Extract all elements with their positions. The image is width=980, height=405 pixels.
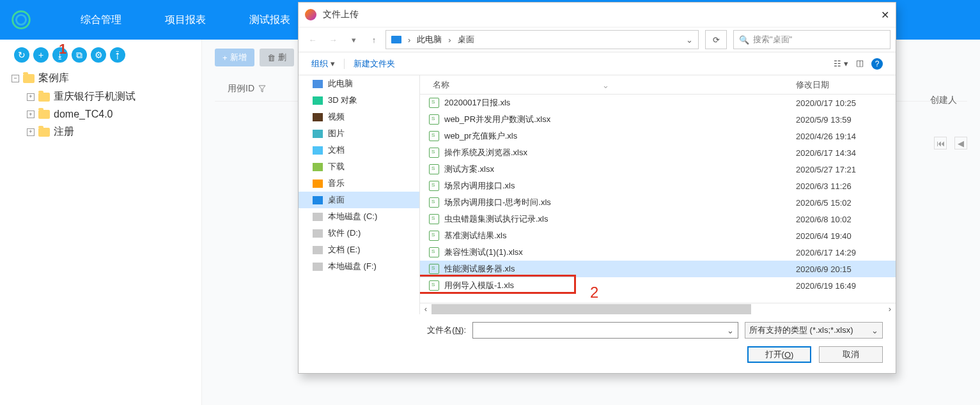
annotation-2-label: 2 — [590, 284, 598, 302]
column-modified[interactable]: 修改日期 — [796, 79, 896, 91]
file-date: 2020/6/8 10:02 — [796, 215, 896, 224]
sidebar-item[interactable]: 本地磁盘 (C:) — [299, 208, 419, 225]
file-row[interactable]: web_PR并发用户数测试.xlsx2020/5/9 13:59 — [420, 111, 896, 128]
search-placeholder: 搜索"桌面" — [753, 34, 792, 45]
tree-root[interactable]: − 案例库 — [12, 69, 201, 88]
file-row[interactable]: web_pr充值账户.xls2020/4/26 19:14 — [420, 128, 896, 144]
column-creator[interactable]: 创建人 — [930, 95, 957, 106]
breadcrumb-item[interactable]: 桌面 — [458, 34, 474, 45]
plus-icon[interactable]: + — [27, 128, 35, 136]
file-row[interactable]: 场景内调用接口-思考时间.xls2020/6/5 15:02 — [420, 194, 896, 211]
chevron-right-icon — [404, 35, 414, 45]
sidebar-item[interactable]: 此电脑 — [299, 75, 419, 92]
sidebar-item-label: 视频 — [328, 111, 345, 123]
file-name: 兼容性测试(1)(1).xlsx — [444, 247, 796, 258]
column-name[interactable]: 名称 — [433, 79, 796, 91]
excel-file-icon — [429, 131, 439, 141]
sidebar-item[interactable]: 软件 (D:) — [299, 225, 419, 241]
file-date: 2020/6/9 20:15 — [796, 264, 896, 274]
horizontal-scrollbar[interactable]: ‹ › — [420, 303, 896, 314]
column-case-id[interactable]: 用例ID — [215, 83, 279, 95]
nav-up-icon[interactable]: ↑ — [365, 31, 383, 49]
file-row[interactable]: 测试方案.xlsx2020/5/27 17:21 — [420, 161, 896, 178]
sidebar-item[interactable]: 文档 (E:) — [299, 241, 419, 258]
pc-icon — [391, 36, 401, 43]
tree-item[interactable]: + 注册 — [12, 123, 201, 141]
file-name: 场景内调用接口-思考时间.xls — [444, 197, 796, 208]
preview-pane-icon[interactable]: ◫ — [856, 58, 864, 70]
chevron-down-icon[interactable]: ⌄ — [686, 35, 693, 45]
sidebar-item[interactable]: 图片 — [299, 125, 419, 142]
folder-icon — [38, 110, 50, 119]
file-date: 2020/6/3 11:26 — [796, 181, 896, 191]
file-row[interactable]: 性能测试服务器.xls2020/6/9 20:15 — [420, 261, 896, 277]
nav-history-icon[interactable]: ▾ — [345, 31, 362, 49]
tree-item[interactable]: + 重庆银行手机测试 — [12, 88, 201, 106]
organize-menu[interactable]: 组织 — [311, 58, 328, 70]
search-input[interactable]: 🔍 搜索"桌面" — [733, 30, 891, 49]
file-row[interactable]: 20200017日报.xls2020/0/17 10:25 — [420, 95, 896, 111]
file-date: 2020/4/26 19:14 — [796, 132, 896, 141]
app-logo — [9, 8, 33, 32]
chevron-down-icon[interactable]: ⌄ — [727, 326, 734, 335]
refresh-icon[interactable]: ⟳ — [705, 30, 727, 49]
file-row[interactable]: 场景内调用接口.xls2020/6/3 11:26 — [420, 178, 896, 194]
file-date: 2020/6/17 14:29 — [796, 248, 896, 257]
dialog-title: 文件上传 — [323, 9, 359, 20]
nav-project-report[interactable]: 项目报表 — [143, 0, 228, 40]
tool-add[interactable]: + — [33, 47, 49, 63]
file-row[interactable]: 操作系统及浏览器.xlsx2020/6/17 14:34 — [420, 144, 896, 161]
file-list: 名称 ⌄ 修改日期 20200017日报.xls2020/0/17 10:25w… — [420, 75, 896, 314]
3d-icon — [313, 96, 323, 105]
tool-refresh[interactable]: ↻ — [14, 47, 29, 63]
new-folder-button[interactable]: 新建文件夹 — [354, 58, 395, 70]
plus-icon[interactable]: + — [27, 111, 35, 118]
breadcrumb-item[interactable]: 此电脑 — [417, 34, 442, 45]
column-resize-icon[interactable]: ⌄ — [599, 80, 612, 90]
scroll-right-icon[interactable]: › — [884, 304, 896, 314]
open-button[interactable]: 打开(O) — [747, 346, 811, 363]
help-icon[interactable]: ? — [871, 58, 883, 70]
excel-file-icon — [429, 148, 439, 158]
folder-icon — [23, 74, 35, 83]
file-row[interactable]: 虫虫错题集测试执行记录.xls2020/6/8 10:02 — [420, 211, 896, 227]
file-row[interactable]: 兼容性测试(1)(1).xlsx2020/6/17 14:29 — [420, 244, 896, 261]
sidebar-item[interactable]: 下载 — [299, 158, 419, 175]
add-button[interactable]: +新增 — [215, 49, 254, 66]
filename-input[interactable]: ⌄ — [472, 322, 738, 339]
file-row[interactable]: 用例导入模版-1.xls2020/6/19 16:49 — [420, 277, 896, 294]
nav-overview[interactable]: 综合管理 — [59, 0, 143, 40]
nav-back-icon[interactable]: ← — [304, 31, 322, 49]
file-date: 2020/5/27 17:21 — [796, 165, 896, 174]
page-first-icon[interactable]: ⏮ — [934, 137, 947, 149]
plus-icon[interactable]: + — [27, 93, 35, 101]
chevron-down-icon[interactable]: ▾ — [331, 59, 335, 68]
close-icon[interactable]: ✕ — [881, 9, 889, 21]
tree-item[interactable]: + dome_TC4.0 — [12, 106, 201, 123]
sidebar-item[interactable]: 3D 对象 — [299, 92, 419, 109]
sidebar-item[interactable]: 视频 — [299, 109, 419, 125]
cancel-button[interactable]: 取消 — [819, 346, 883, 363]
breadcrumb[interactable]: 此电脑 桌面 ⌄ — [385, 30, 699, 49]
sidebar-item[interactable]: 文档 — [299, 142, 419, 158]
tool-download[interactable]: ⭱ — [110, 47, 125, 63]
filetype-select[interactable]: 所有支持的类型 (*.xls;*.xlsx) ⌄ — [745, 322, 883, 339]
sidebar-item[interactable]: 本地磁盘 (F:) — [299, 258, 419, 275]
minus-icon[interactable]: − — [12, 75, 19, 82]
chevron-right-icon — [444, 35, 455, 45]
file-row[interactable]: 基准测试结果.xls2020/6/4 19:40 — [420, 227, 896, 244]
sidebar-item[interactable]: 桌面 — [299, 192, 419, 208]
scroll-left-icon[interactable]: ‹ — [420, 304, 432, 314]
firefox-icon — [305, 9, 316, 20]
plus-icon: + — [222, 53, 228, 63]
nav-forward-icon[interactable]: → — [324, 31, 342, 49]
scrollbar-thumb[interactable] — [432, 304, 751, 314]
tool-copy[interactable]: ⧉ — [72, 47, 87, 63]
excel-file-icon — [429, 197, 439, 208]
search-icon: 🔍 — [739, 35, 749, 45]
page-prev-icon[interactable]: ◀ — [954, 137, 967, 149]
delete-button[interactable]: 🗑删 — [260, 49, 294, 66]
view-mode-menu[interactable]: ☷ ▾ — [834, 58, 848, 70]
tool-settings[interactable]: ⚙ — [91, 47, 106, 63]
sidebar-item[interactable]: 音乐 — [299, 175, 419, 192]
